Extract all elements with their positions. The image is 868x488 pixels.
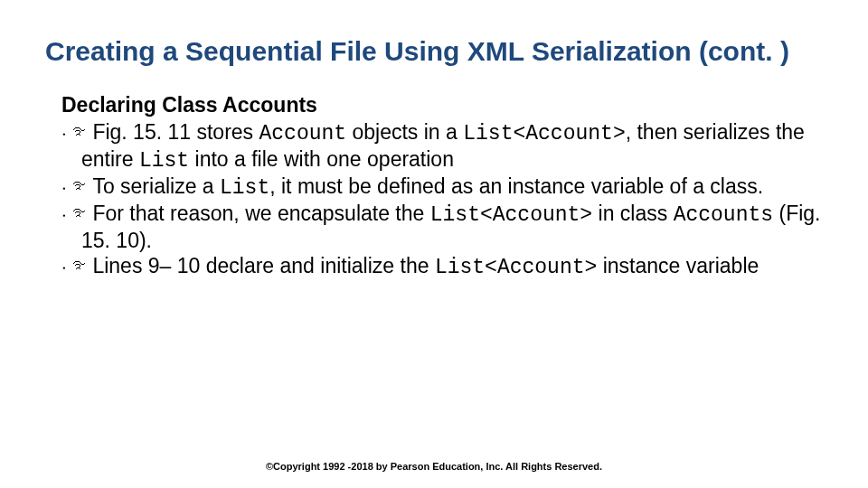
code-text: List<Account>: [430, 203, 592, 227]
code-text: List: [220, 176, 269, 200]
text: To serialize a: [92, 174, 220, 198]
text: Lines 9– 10 declare and initialize the: [92, 254, 434, 277]
copyright-footer: ©Copyright 1992 -2018 by Pearson Educati…: [0, 461, 868, 472]
text: in class: [592, 202, 673, 225]
bullet-icon: ࿐: [72, 179, 85, 197]
list-item: ࿐Fig. 15. 11 stores Account objects in a…: [61, 119, 823, 174]
list-item: ࿐Lines 9– 10 declare and initialize the …: [61, 253, 823, 280]
code-text: Account: [259, 122, 346, 145]
text: instance variable: [597, 254, 759, 277]
text: Fig. 15. 11 stores: [92, 120, 259, 144]
list-item: ࿐To serialize a List, it must be defined…: [61, 174, 823, 201]
slide: Creating a Sequential File Using XML Ser…: [0, 0, 868, 488]
code-text: List<Account>: [463, 122, 625, 145]
list-item: ࿐For that reason, we encapsulate the Lis…: [61, 201, 823, 253]
text: For that reason, we encapsulate the: [92, 202, 429, 225]
bullet-icon: ࿐: [72, 206, 85, 224]
text: into a file with one operation: [189, 147, 454, 171]
code-text: Accounts: [674, 203, 773, 227]
code-text: List<Account>: [435, 256, 597, 279]
bullet-list: ࿐Fig. 15. 11 stores Account objects in a…: [61, 119, 823, 280]
bullet-icon: ࿐: [72, 258, 85, 277]
subheading: Declaring Class Accounts: [61, 93, 823, 118]
code-text: List: [139, 149, 189, 173]
text: objects in a: [346, 120, 463, 144]
bullet-icon: ࿐: [72, 125, 85, 143]
slide-title: Creating a Sequential File Using XML Ser…: [45, 36, 823, 68]
text: , it must be defined as an instance vari…: [269, 174, 763, 198]
